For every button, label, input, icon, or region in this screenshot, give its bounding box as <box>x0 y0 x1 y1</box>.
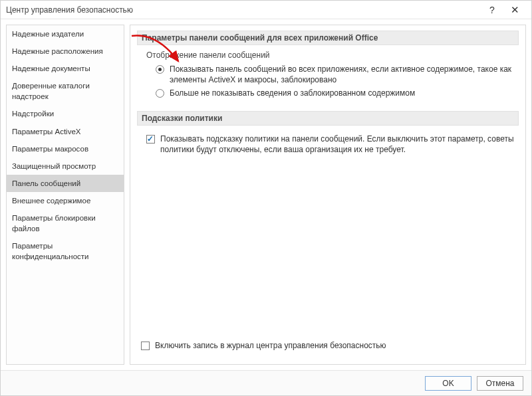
radio-icon <box>156 65 164 74</box>
checkbox-log-label: Включить запись в журнал центра управлен… <box>155 340 386 351</box>
checkbox-icon <box>141 342 150 350</box>
sidebar-item-trusted-documents[interactable]: Надежные документы <box>7 60 124 77</box>
dialog-body: Надежные издатели Надежные расположения … <box>1 19 531 370</box>
sidebar-item-privacy[interactable]: Параметры конфиденциальности <box>7 237 124 265</box>
sidebar-item-file-block[interactable]: Параметры блокировки файлов <box>7 209 124 237</box>
radio-show-label: Показывать панель сообщений во всех прил… <box>170 64 515 85</box>
sidebar-item-activex[interactable]: Параметры ActiveX <box>7 123 124 140</box>
help-button[interactable]: ? <box>481 2 503 18</box>
sidebar-item-macro-settings[interactable]: Параметры макросов <box>7 140 124 157</box>
checkbox-policy-tips[interactable]: Показывать подсказку политики на панели … <box>146 134 515 155</box>
cancel-button[interactable]: Отмена <box>477 376 523 391</box>
sidebar-item-message-bar[interactable]: Панель сообщений <box>7 175 124 192</box>
sidebar-item-addin-catalogs[interactable]: Доверенные каталоги надстроек <box>7 77 124 105</box>
radio-hide-label: Больше не показывать сведения о заблокир… <box>170 88 415 98</box>
sidebar-item-trusted-publishers[interactable]: Надежные издатели <box>7 25 124 43</box>
sidebar-item-external-content[interactable]: Внешнее содержимое <box>7 192 124 209</box>
content-pane: Параметры панели сообщений для всех прил… <box>130 25 526 365</box>
radio-show-messagebar[interactable]: Показывать панель сообщений во всех прил… <box>156 64 515 85</box>
titlebar: Центр управления безопасностью ? ✕ <box>1 1 531 19</box>
radio-hide-messagebar[interactable]: Больше не показывать сведения о заблокир… <box>156 88 515 98</box>
sidebar-item-trusted-locations[interactable]: Надежные расположения <box>7 43 124 60</box>
close-button[interactable]: ✕ <box>503 2 526 18</box>
sidebar-item-addins[interactable]: Надстройки <box>7 105 124 122</box>
dialog-title: Центр управления безопасностью <box>6 5 481 15</box>
checkbox-enable-logging[interactable]: Включить запись в журнал центра управлен… <box>141 340 515 351</box>
ok-button[interactable]: OK <box>425 376 471 391</box>
content-bottom: Включить запись в журнал центра управлен… <box>137 334 519 359</box>
dialog-footer: OK Отмена <box>1 370 531 395</box>
sidebar-item-protected-view[interactable]: Защищенный просмотр <box>7 157 124 175</box>
radio-icon <box>156 89 164 98</box>
checkbox-icon <box>146 135 155 144</box>
messagebar-subheader: Отображение панели сообщений <box>146 50 515 60</box>
sidebar: Надежные издатели Надежные расположения … <box>6 25 124 365</box>
group-header-policy-tips: Подсказки политики <box>137 111 519 126</box>
trust-center-dialog: Центр управления безопасностью ? ✕ Надеж… <box>0 0 532 396</box>
group-body-messagebar: Отображение панели сообщений Показывать … <box>137 45 519 111</box>
group-body-policy-tips: Показывать подсказку политики на панели … <box>137 126 519 167</box>
group-header-messagebar: Параметры панели сообщений для всех прил… <box>137 31 519 45</box>
checkbox-policy-label: Показывать подсказку политики на панели … <box>160 134 515 155</box>
